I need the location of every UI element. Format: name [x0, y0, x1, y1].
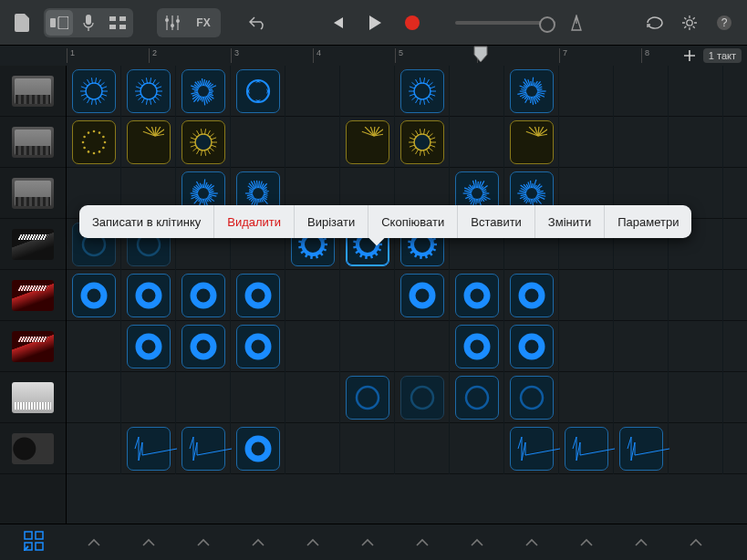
grid-toggle-icon[interactable] [24, 531, 44, 555]
loop-cell[interactable] [236, 325, 280, 368]
loop-cell[interactable] [510, 427, 554, 471]
loop-cell[interactable] [400, 120, 444, 164]
grid-cell[interactable] [669, 423, 723, 474]
grid-cell[interactable] [285, 270, 340, 321]
grid-cell[interactable] [450, 423, 504, 474]
grid-cell[interactable] [504, 270, 559, 321]
loop-cell[interactable] [346, 376, 389, 420]
track-header[interactable] [0, 117, 66, 168]
column-trigger[interactable] [669, 524, 723, 560]
loop-cell[interactable] [236, 69, 280, 113]
grid-cell[interactable] [669, 117, 723, 168]
mixer-icon[interactable] [159, 10, 186, 36]
loop-cell[interactable] [127, 69, 171, 113]
loop-cell[interactable] [236, 274, 280, 317]
grid-cell[interactable] [669, 321, 723, 372]
grid-cell[interactable] [67, 117, 121, 168]
grid-cell[interactable] [614, 270, 669, 321]
grid-cell[interactable] [176, 423, 231, 474]
loop-icon[interactable] [641, 10, 669, 36]
grid-cell[interactable] [285, 372, 340, 423]
grid-cell[interactable] [231, 372, 285, 423]
column-trigger[interactable] [559, 524, 614, 560]
column-trigger[interactable] [504, 524, 559, 560]
metronome-icon[interactable] [563, 10, 590, 36]
loop-cell[interactable] [455, 376, 499, 420]
grid-cell[interactable] [285, 117, 340, 168]
grid-cell[interactable] [231, 423, 285, 474]
loop-cell[interactable] [182, 274, 225, 317]
undo-icon[interactable] [244, 10, 272, 36]
playhead-marker[interactable] [473, 46, 488, 64]
grid-cell[interactable] [450, 372, 504, 423]
add-column-button[interactable] [681, 47, 698, 64]
grid-cell[interactable] [669, 66, 723, 117]
track-header[interactable] [0, 66, 66, 117]
grid-cell[interactable] [559, 321, 614, 372]
grid-cell[interactable] [395, 372, 450, 423]
track-header[interactable] [0, 321, 66, 372]
grid-cell[interactable] [121, 423, 176, 474]
ctx-settings[interactable]: Параметри [604, 205, 691, 238]
rewind-icon[interactable] [324, 10, 351, 36]
grid-cell[interactable] [340, 117, 395, 168]
loop-cell[interactable] [565, 427, 608, 471]
grid-cell[interactable] [504, 372, 559, 423]
grid-cell[interactable] [559, 423, 614, 474]
grid-cell[interactable] [614, 321, 669, 372]
grid-cell[interactable] [504, 66, 559, 117]
grid-cell[interactable] [67, 423, 121, 474]
grid-cell[interactable] [450, 321, 504, 372]
loop-cell[interactable] [127, 427, 171, 471]
loop-cell[interactable] [346, 120, 389, 164]
grid-cell[interactable] [614, 423, 669, 474]
track-header[interactable] [0, 270, 66, 321]
column-trigger[interactable] [450, 524, 504, 560]
track-header[interactable] [0, 219, 66, 270]
grid-cell[interactable] [395, 321, 450, 372]
grid-cell[interactable] [450, 270, 504, 321]
column-trigger[interactable] [67, 524, 121, 560]
grid-cell[interactable] [340, 372, 395, 423]
grid-cell[interactable] [285, 423, 340, 474]
grid-cell[interactable] [285, 321, 340, 372]
grid-cell[interactable] [176, 321, 231, 372]
new-project-icon[interactable] [9, 10, 36, 36]
ctx-edit[interactable]: Змінити [534, 205, 604, 238]
grid-cell[interactable] [231, 117, 285, 168]
ctx-paste[interactable]: Вставити [457, 205, 534, 238]
grid-cell[interactable] [67, 270, 121, 321]
column-trigger[interactable] [285, 524, 340, 560]
grid-cell[interactable] [614, 66, 669, 117]
loop-cell[interactable] [127, 120, 171, 164]
grid-cell[interactable] [614, 372, 669, 423]
grid-cell[interactable] [450, 117, 504, 168]
grid-cell[interactable] [504, 117, 559, 168]
mic-icon[interactable] [75, 10, 102, 36]
help-icon[interactable]: ? [711, 10, 738, 36]
loop-cell[interactable] [72, 69, 116, 113]
loop-cell[interactable] [236, 427, 280, 471]
grid-cell[interactable] [340, 321, 395, 372]
grid-cell[interactable] [669, 270, 723, 321]
column-trigger[interactable] [614, 524, 669, 560]
grid-cell[interactable] [231, 270, 285, 321]
grid-cell[interactable] [340, 423, 395, 474]
track-header[interactable] [0, 372, 66, 423]
grid-cell[interactable] [176, 372, 231, 423]
grid-cell[interactable] [504, 321, 559, 372]
fx-button[interactable]: FX [188, 10, 219, 36]
grid-cell[interactable] [669, 372, 723, 423]
ctx-record[interactable]: Записати в клітинку [79, 205, 213, 238]
grid-cell[interactable] [559, 117, 614, 168]
grid-cell[interactable] [176, 270, 231, 321]
column-trigger[interactable] [231, 524, 285, 560]
ctx-delete[interactable]: Видалити [213, 205, 294, 238]
grid-cell[interactable] [176, 66, 231, 117]
loop-cell[interactable] [510, 274, 554, 317]
loop-cell[interactable] [510, 376, 554, 420]
grid-cell[interactable] [340, 66, 395, 117]
grid-cell[interactable] [395, 423, 450, 474]
grid-cell[interactable] [121, 270, 176, 321]
grid-view-button[interactable] [104, 10, 131, 36]
